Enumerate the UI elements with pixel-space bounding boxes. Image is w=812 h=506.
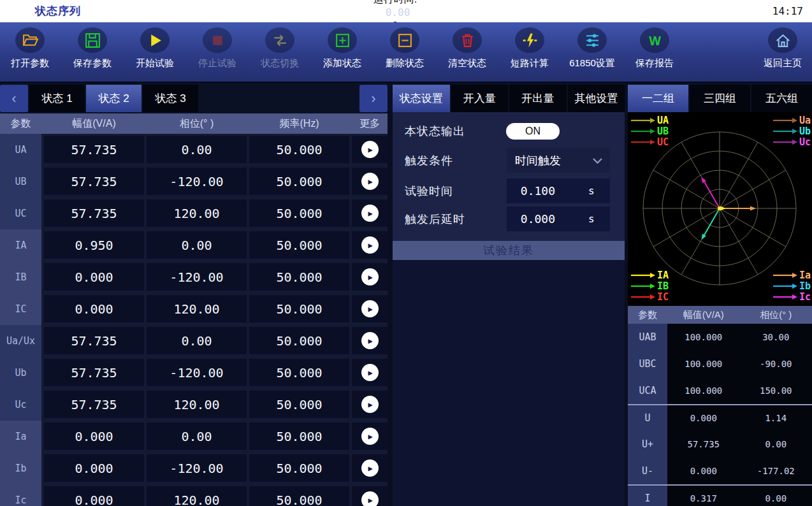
- toolbar-report-w-button[interactable]: W 保存报告: [629, 27, 680, 69]
- phase-cell[interactable]: 0.00: [147, 136, 247, 163]
- frequency-cell[interactable]: 50.000: [249, 359, 349, 386]
- phase-cell[interactable]: 120.00: [147, 391, 247, 418]
- param-label: U: [628, 405, 667, 431]
- toolbar-home-button[interactable]: 返回主页: [757, 27, 808, 69]
- tab-settings-1[interactable]: 状态设置: [393, 85, 450, 112]
- param-label: Ub: [0, 357, 41, 389]
- top-status-bar: 状态序列 运行时间: 0.00 s 14:17: [0, 0, 812, 22]
- amplitude-cell[interactable]: 0.000: [44, 295, 144, 322]
- more-cell: [352, 199, 388, 227]
- tab-settings-3[interactable]: 开出量: [509, 85, 567, 112]
- test-result-button[interactable]: 试验结果: [393, 241, 625, 260]
- amplitude-cell[interactable]: 0.000: [44, 454, 144, 482]
- frequency-cell[interactable]: 50.000: [249, 454, 349, 482]
- amplitude-cell[interactable]: 57.735: [44, 327, 144, 354]
- amplitude-cell[interactable]: 57.735: [44, 391, 144, 418]
- play-icon[interactable]: [361, 491, 379, 506]
- arrow-icon: [772, 271, 798, 279]
- toolbar-minus-button[interactable]: 删除状态: [379, 27, 430, 69]
- frequency-cell[interactable]: 50.000: [249, 486, 349, 506]
- phase-cell[interactable]: 0.00: [147, 231, 247, 259]
- phase-cell[interactable]: 0.00: [147, 423, 247, 450]
- amplitude-cell[interactable]: 57.735: [44, 199, 144, 227]
- tab-state-3[interactable]: 状态 3: [143, 85, 198, 112]
- amplitude-cell[interactable]: 0.000: [44, 486, 144, 506]
- toolbar-sliders-button[interactable]: 61850设置: [567, 27, 618, 69]
- phase-cell[interactable]: -120.00: [147, 454, 247, 482]
- next-state-button[interactable]: ›: [359, 85, 388, 112]
- phase-cell[interactable]: -120.00: [147, 263, 247, 291]
- play-icon[interactable]: [361, 173, 379, 190]
- minus-icon: [390, 27, 419, 53]
- toolbar-switch-button[interactable]: 状态切换: [254, 27, 305, 69]
- amplitude-cell[interactable]: 57.735: [44, 168, 144, 195]
- phase-cell[interactable]: 120.00: [147, 486, 247, 506]
- tab-group-1[interactable]: 一二组: [628, 85, 688, 112]
- frequency-cell[interactable]: 50.000: [249, 231, 349, 259]
- frequency-cell[interactable]: 50.000: [249, 295, 349, 322]
- toolbar-folder-open-button[interactable]: 打开参数: [4, 27, 55, 69]
- amplitude-cell[interactable]: 0.950: [44, 231, 144, 259]
- tab-group-3[interactable]: 五六组: [751, 85, 812, 112]
- frequency-cell[interactable]: 50.000: [249, 168, 349, 195]
- delay-field[interactable]: 0.000 s: [507, 206, 610, 231]
- toolbar-trash-button[interactable]: 清空状态: [442, 27, 493, 69]
- amplitude-cell[interactable]: 57.735: [44, 359, 144, 386]
- toolbar-play-button[interactable]: 开始试验: [129, 27, 180, 69]
- arrow-icon: [630, 282, 656, 290]
- play-icon[interactable]: [361, 332, 379, 349]
- frequency-cell[interactable]: 50.000: [249, 391, 349, 418]
- play-icon[interactable]: [361, 396, 379, 413]
- output-toggle[interactable]: ON: [506, 123, 560, 140]
- toolbar-stop-button[interactable]: 停止试验: [192, 27, 243, 69]
- phase-cell[interactable]: 120.00: [147, 295, 247, 322]
- play-icon[interactable]: [361, 364, 379, 381]
- legend-current-group2: IaIbIc: [772, 270, 811, 302]
- phase-cell[interactable]: 0.00: [147, 327, 247, 354]
- frequency-cell[interactable]: 50.000: [249, 423, 349, 450]
- test-time-value: 0.100: [507, 184, 588, 198]
- trigger-select[interactable]: 时间触发: [507, 148, 610, 173]
- table-row: Ic 0.000 120.00 50.000: [0, 484, 388, 506]
- prev-state-button[interactable]: ‹: [0, 85, 28, 112]
- phase-cell[interactable]: -120.00: [147, 168, 247, 195]
- legend-voltage-group2: UaUbUc: [772, 115, 811, 147]
- amplitude-cell[interactable]: 0.000: [44, 263, 144, 291]
- group-tabbar: 一二组三四组五六组: [628, 83, 812, 112]
- phase-value: 1.14: [740, 405, 812, 431]
- more-cell: [352, 231, 388, 259]
- phase-cell[interactable]: 120.00: [147, 199, 247, 227]
- frequency-cell[interactable]: 50.000: [249, 327, 349, 354]
- table-row: Ub 57.735 -120.00 50.000: [0, 357, 388, 389]
- amplitude-cell[interactable]: 57.735: [44, 136, 144, 163]
- tab-settings-2[interactable]: 开入量: [451, 85, 509, 112]
- tab-group-2[interactable]: 三四组: [690, 85, 750, 112]
- play-icon[interactable]: [361, 236, 379, 254]
- play-icon[interactable]: [361, 268, 379, 286]
- amplitude-cell[interactable]: 0.000: [44, 423, 144, 450]
- play-icon[interactable]: [361, 141, 379, 158]
- legend-item-UA: UA: [630, 115, 669, 126]
- play-icon[interactable]: [361, 428, 379, 445]
- play-icon[interactable]: [361, 300, 379, 317]
- frequency-cell[interactable]: 50.000: [249, 199, 349, 227]
- phase-cell[interactable]: -120.00: [147, 359, 247, 386]
- table-row: I 0.317 0.00: [628, 484, 812, 506]
- more-cell: [352, 168, 388, 195]
- table-row: Ua/Ux 57.735 0.00 50.000: [0, 325, 388, 357]
- play-icon[interactable]: [361, 459, 379, 477]
- tab-state-1[interactable]: 状态 1: [29, 85, 85, 112]
- toolbar-save-button[interactable]: 保存参数: [67, 27, 118, 69]
- toolbar-bolt-button[interactable]: 短路计算: [504, 27, 555, 69]
- tab-state-2[interactable]: 状态 2: [86, 85, 141, 112]
- test-time-field[interactable]: 0.100 s: [507, 178, 610, 203]
- frequency-cell[interactable]: 50.000: [249, 263, 349, 291]
- toolbar-add-button[interactable]: 添加状态: [317, 27, 368, 69]
- play-icon[interactable]: [361, 205, 379, 222]
- frequency-cell[interactable]: 50.000: [249, 136, 349, 163]
- more-cell: [352, 486, 388, 506]
- table-row: IA 0.950 0.00 50.000: [0, 229, 388, 261]
- tab-settings-4[interactable]: 其他设置: [568, 85, 625, 112]
- runtime-value: 0.00: [264, 6, 532, 18]
- state-tabbar: ‹ 状态 1状态 2状态 3 ›: [0, 83, 388, 113]
